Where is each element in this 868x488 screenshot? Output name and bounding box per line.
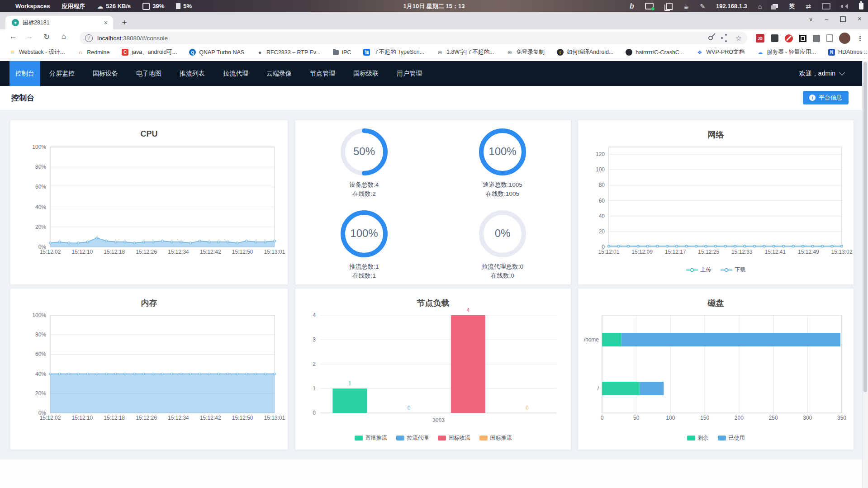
legend-item[interactable]: 已使用 xyxy=(718,434,745,442)
extension-page-icon[interactable] xyxy=(826,34,833,42)
gauge-2: 100%推流总数:1在线数:1 xyxy=(328,209,400,280)
svg-text:15:12:10: 15:12:10 xyxy=(71,249,93,255)
platform-info-label: 平台信息 xyxy=(819,94,842,102)
extension-adblock-icon[interactable] xyxy=(785,34,793,43)
nav-item-4[interactable]: 推流列表 xyxy=(171,61,214,86)
svg-text:15:12:18: 15:12:18 xyxy=(104,249,125,255)
svg-text:15:13:02: 15:13:02 xyxy=(831,249,853,255)
nav-item-2[interactable]: 国标设备 xyxy=(84,61,127,86)
bookmark-item[interactable]: Cjava、android可... xyxy=(122,48,177,56)
nav-item-3[interactable]: 电子地图 xyxy=(127,61,171,86)
nav-item-5[interactable]: 拉流代理 xyxy=(214,61,257,86)
window-switcher-icon[interactable] xyxy=(773,4,778,8)
profile-avatar[interactable] xyxy=(839,33,850,44)
clipboard-icon[interactable] xyxy=(666,3,673,10)
legend-item[interactable]: 上传 xyxy=(686,266,711,274)
workspaces-button[interactable]: Workspaces xyxy=(15,3,50,9)
ip-address[interactable]: 192.168.1.3 xyxy=(716,3,747,9)
bookmark-item[interactable]: hairrrrr/C-CrashC... xyxy=(626,49,684,56)
svg-text:3003: 3003 xyxy=(432,417,445,423)
bookmark-item[interactable]: QQNAP Turbo NAS xyxy=(189,49,244,56)
legend-item[interactable]: 国标收流 xyxy=(438,434,470,442)
legend-item[interactable]: 拉流代理 xyxy=(396,434,429,442)
github-icon xyxy=(626,49,632,56)
screenshot-icon[interactable] xyxy=(645,3,654,9)
svg-text:200: 200 xyxy=(735,415,744,421)
bookmark-item[interactable]: ●RFC2833 – RTP Ev... xyxy=(256,49,321,56)
gauge-percent: 0% xyxy=(466,227,539,240)
browser-tab[interactable]: ✦ 国标28181 × xyxy=(5,16,113,29)
platform-info-button[interactable]: i 平台信息 xyxy=(803,91,849,104)
panel-cpu: CPU 100%80%60%40%20%0%15:12:0215:12:1015… xyxy=(10,120,288,285)
svg-text:20%: 20% xyxy=(35,224,46,230)
window-close-icon[interactable]: × xyxy=(858,15,862,23)
share-icon[interactable] xyxy=(721,37,723,39)
color-picker-icon[interactable]: ✎ xyxy=(700,3,705,9)
bookmark-item[interactable]: t如何编译Android... xyxy=(557,48,614,56)
window-restore-icon[interactable] xyxy=(840,16,846,22)
nav-item-9[interactable]: 用户管理 xyxy=(388,61,431,86)
legend-item[interactable]: 下载 xyxy=(721,266,746,274)
legend-item[interactable]: 国标推流 xyxy=(479,434,512,442)
bookmark-item[interactable]: 知了不起的 TypeScri... xyxy=(363,48,424,56)
svg-text:0: 0 xyxy=(408,405,411,411)
nav-item-8[interactable]: 国标级联 xyxy=(344,61,388,86)
bookmark-item[interactable]: ⊕1.8W字|了不起的... xyxy=(436,48,494,56)
nav-item-0[interactable]: 控制台 xyxy=(9,61,40,86)
extension-js-icon[interactable]: JS xyxy=(756,34,764,43)
bookmark-label: java、android可... xyxy=(132,48,177,56)
bookmark-item[interactable]: ≣Webstack - 设计... xyxy=(9,48,65,56)
tab-close-icon[interactable]: × xyxy=(102,19,109,26)
bookmark-item[interactable]: ∩Redmine xyxy=(77,49,109,56)
window-minimize-icon[interactable]: – xyxy=(825,16,828,23)
extension-darkreader-icon[interactable] xyxy=(771,34,778,42)
bookmark-item[interactable]: NHDAtmos :: 种子 *... xyxy=(828,48,868,56)
forward-icon[interactable]: → xyxy=(24,32,35,41)
qnap-icon: Q xyxy=(189,49,196,56)
extension-frame-icon[interactable] xyxy=(799,35,806,42)
nav-item-7[interactable]: 节点管理 xyxy=(301,61,344,86)
legend-item[interactable]: 剩余 xyxy=(687,434,709,442)
bookmark-item[interactable]: IPC xyxy=(333,49,351,56)
home-icon[interactable]: ⌂ xyxy=(758,3,762,9)
legend-item[interactable]: 直播推流 xyxy=(355,434,387,442)
home-button-icon[interactable]: ⌂ xyxy=(58,32,70,41)
gauge-percent: 50% xyxy=(328,145,400,158)
bing-icon[interactable]: b xyxy=(630,3,634,10)
nav-item-6[interactable]: 云端录像 xyxy=(257,61,301,86)
nav-item-1[interactable]: 分屏监控 xyxy=(40,61,84,86)
back-icon[interactable]: ← xyxy=(7,32,19,41)
new-tab-button[interactable]: + xyxy=(119,17,130,28)
extensions-puzzle-icon[interactable] xyxy=(813,35,820,42)
gauge-label-2: 在线数:0 xyxy=(466,271,539,280)
user-menu[interactable]: 欢迎，admin xyxy=(799,61,844,86)
input-language-indicator[interactable]: 英 xyxy=(789,2,795,10)
coffee-icon[interactable]: ☕ xyxy=(683,3,689,9)
display-icon[interactable] xyxy=(822,3,830,9)
applications-button[interactable]: 应用程序 xyxy=(62,2,85,10)
svg-text:15:12:26: 15:12:26 xyxy=(136,249,157,255)
screen-rotate-icon[interactable]: ⇄ xyxy=(806,3,811,9)
folder-icon xyxy=(333,50,339,55)
page-scrollbar[interactable] xyxy=(862,61,868,488)
bookmark-label: 服务器 - 轻量应用... xyxy=(767,48,816,56)
address-bar[interactable]: i localhost :38080/#/console ☆ xyxy=(80,32,747,44)
svg-text:15:12:17: 15:12:17 xyxy=(665,249,686,255)
svg-text:1: 1 xyxy=(348,380,351,387)
window-menu-icon[interactable]: ∨ xyxy=(809,16,813,23)
bookmark-item[interactable]: ☁服务器 - 轻量应用... xyxy=(757,48,816,56)
browser-menu-icon[interactable]: ⋮ xyxy=(857,34,863,43)
wvp-icon: ❖ xyxy=(696,49,703,56)
password-key-icon[interactable] xyxy=(707,35,714,41)
bookmark-star-icon[interactable]: ☆ xyxy=(735,34,742,43)
site-info-icon[interactable]: i xyxy=(85,34,93,42)
bookmark-item[interactable]: ⊕免登录复制 xyxy=(506,48,545,56)
reload-icon[interactable]: ↻ xyxy=(41,32,52,42)
bookmark-item[interactable]: ❖WVP-PRO文档 xyxy=(696,48,745,56)
bookmark-label: Webstack - 设计... xyxy=(19,48,65,56)
svg-text:/home: /home xyxy=(584,336,599,343)
scrollbar-thumb[interactable] xyxy=(863,62,867,392)
cloud-icon: ☁ xyxy=(757,49,764,56)
svg-text:3: 3 xyxy=(313,336,316,343)
volume-icon[interactable] xyxy=(841,3,848,9)
